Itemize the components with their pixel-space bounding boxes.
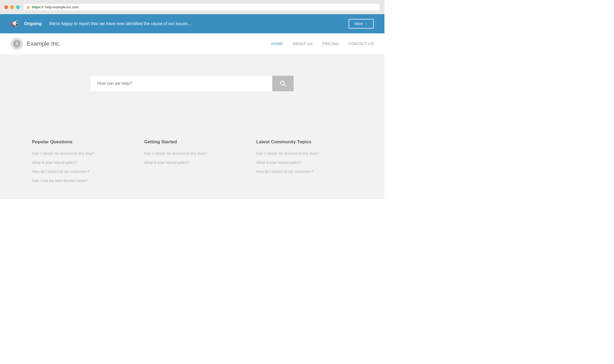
popular-questions-title: Popular Questions	[32, 139, 128, 145]
link[interactable]: What is your refund policy?	[32, 160, 77, 165]
list-item[interactable]: How do I import all my customers?	[32, 169, 128, 174]
dot-yellow	[10, 5, 14, 9]
list-item[interactable]: Can I cancel my account at any time?	[256, 151, 352, 156]
banner-ongoing-label: Ongoing	[24, 21, 42, 26]
getting-started-title: Getting Started	[144, 139, 240, 145]
nav-link-about[interactable]: ABOUT US	[293, 42, 313, 46]
megaphone-icon: 📢	[11, 20, 19, 27]
link[interactable]: What is your refund policy?	[144, 160, 189, 165]
browser-chrome: 🔒 https://help.example-inc.com	[0, 0, 384, 14]
browser-dots	[4, 5, 20, 9]
dot-red	[4, 5, 8, 9]
content-section: Popular Questions Can I cancel my accoun…	[0, 123, 384, 199]
link[interactable]: Can I cancel my account at any time?	[32, 151, 94, 156]
link[interactable]: What is your refund policy?	[256, 160, 301, 165]
nav-links: HOME ABOUT US PRICING CONTACT US	[271, 41, 374, 46]
list-item[interactable]: How do I import all my customers?	[256, 169, 352, 174]
community-topics-title: Latest Community Topics	[256, 139, 352, 145]
svg-line-3	[284, 85, 286, 86]
list-item[interactable]: What is your refund policy?	[256, 160, 352, 165]
brand-logo	[11, 38, 23, 50]
getting-started-links: Can I cancel my account at any time? Wha…	[144, 151, 240, 165]
list-item[interactable]: Can I cancel my account at any time?	[32, 151, 128, 156]
link[interactable]: How do I import all my customers?	[256, 169, 314, 174]
nav-link-pricing[interactable]: PRICING	[322, 42, 339, 46]
link[interactable]: Can I use my own domain name?	[32, 179, 88, 183]
nav-item-home[interactable]: HOME	[271, 41, 283, 46]
nav-link-contact[interactable]: CONTACT US	[348, 42, 374, 46]
brand: Example Inc.	[11, 38, 61, 50]
banner-more-button[interactable]: More →	[349, 19, 374, 29]
getting-started-column: Getting Started Can I cancel my account …	[144, 139, 240, 183]
community-topics-column: Latest Community Topics Can I cancel my …	[256, 139, 352, 183]
link[interactable]: How do I import all my customers?	[32, 169, 89, 174]
hero-section	[0, 54, 384, 123]
list-item[interactable]: What is your refund policy?	[144, 160, 240, 165]
search-icon	[280, 80, 286, 87]
nav-item-contact[interactable]: CONTACT US	[348, 41, 374, 46]
url-rest: help.example-inc.com	[45, 5, 78, 9]
nav-item-pricing[interactable]: PRICING	[322, 41, 339, 46]
dot-green	[16, 5, 20, 9]
list-item[interactable]: What is your refund policy?	[32, 160, 128, 165]
link[interactable]: Can I cancel my account at any time?	[256, 151, 318, 156]
banner-message: We're happy to report that we have now i…	[49, 21, 343, 26]
search-button[interactable]	[272, 76, 294, 91]
brand-name: Example Inc.	[27, 40, 61, 47]
list-item[interactable]: Can I cancel my account at any time?	[144, 151, 240, 156]
nav-item-about[interactable]: ABOUT US	[293, 41, 313, 46]
search-container	[91, 76, 294, 91]
navbar: Example Inc. HOME ABOUT US PRICING CONTA…	[0, 33, 384, 54]
announcement-banner: 📢 Ongoing We're happy to report that we …	[0, 14, 384, 33]
nav-link-home[interactable]: HOME	[271, 42, 283, 46]
popular-questions-links: Can I cancel my account at any time? Wha…	[32, 151, 128, 183]
address-bar[interactable]: 🔒 https://help.example-inc.com	[23, 3, 380, 11]
content-columns: Popular Questions Can I cancel my accoun…	[32, 139, 352, 183]
list-item[interactable]: Can I use my own domain name?	[32, 178, 128, 183]
search-input[interactable]	[91, 76, 272, 91]
community-topics-links: Can I cancel my account at any time? Wha…	[256, 151, 352, 174]
url-https: https://	[32, 5, 43, 9]
link[interactable]: Can I cancel my account at any time?	[144, 151, 206, 156]
lock-icon: 🔒	[26, 5, 30, 9]
popular-questions-column: Popular Questions Can I cancel my accoun…	[32, 139, 128, 183]
